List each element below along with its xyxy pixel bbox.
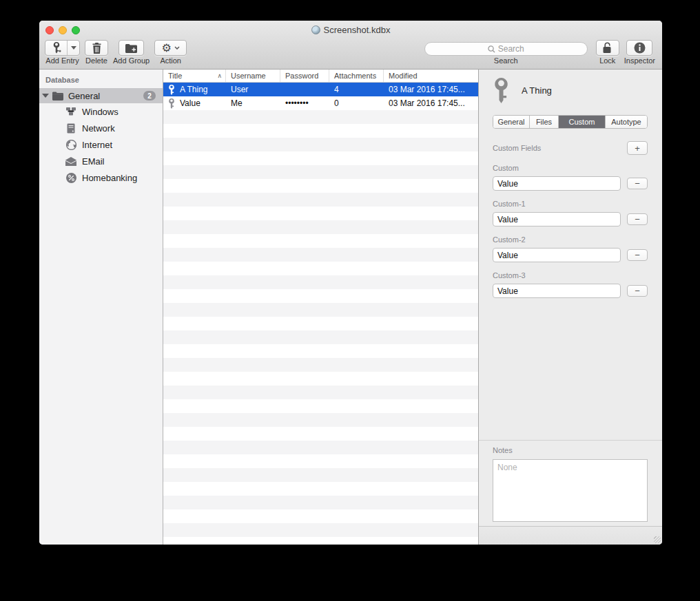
window-title-text: Screenshot.kdbx — [324, 25, 391, 35]
delete-group: Delete — [85, 40, 108, 65]
search-placeholder: Search — [498, 44, 524, 54]
field-value-input[interactable] — [493, 176, 621, 191]
sidebar-item-label: Homebanking — [82, 173, 137, 183]
add-field-button[interactable]: + — [627, 141, 648, 155]
sidebar-group-label: General — [68, 91, 100, 101]
notes-section: Notes — [479, 440, 662, 526]
tab-autotype[interactable]: Autotype — [606, 116, 647, 128]
minimize-button[interactable] — [59, 26, 67, 34]
remove-field-button[interactable]: − — [627, 178, 648, 189]
gear-icon: ⚙ — [162, 43, 172, 54]
key-plus-icon — [45, 41, 67, 55]
column-header-modified[interactable]: Modified — [384, 70, 478, 82]
add-entry-group: Add Entry — [45, 40, 80, 65]
sidebar-item-label: Internet — [82, 140, 112, 150]
field-label: Custom — [493, 164, 648, 172]
add-group-group: Add Group — [113, 40, 150, 65]
field-label: Custom-1 — [493, 200, 648, 208]
chevron-down-icon — [174, 46, 180, 50]
folder-icon — [52, 92, 63, 101]
computers-icon — [65, 106, 76, 117]
tab-files[interactable]: Files — [530, 116, 559, 128]
sidebar-item-email[interactable]: EMail — [39, 153, 163, 169]
search-input[interactable]: Search — [424, 42, 588, 56]
action-button[interactable]: ⚙ — [154, 40, 187, 56]
add-entry-button[interactable] — [45, 40, 80, 56]
sidebar-item-windows[interactable]: Windows — [39, 103, 163, 120]
add-group-button[interactable] — [119, 40, 144, 56]
disclosure-triangle-icon[interactable] — [42, 94, 49, 98]
delete-label: Delete — [85, 57, 107, 65]
envelope-icon — [65, 156, 76, 167]
sort-ascending-icon: ∧ — [217, 72, 222, 79]
custom-fields-title: Custom Fields — [493, 144, 541, 152]
info-icon — [634, 42, 646, 54]
add-entry-dropdown[interactable] — [67, 41, 79, 55]
custom-field: Custom-2 − — [493, 235, 648, 262]
table-row[interactable]: Value Me •••••••• 0 03 Mar 2016 17:45... — [163, 96, 478, 110]
sidebar-item-homebanking[interactable]: Homebanking — [39, 169, 163, 186]
server-icon — [65, 123, 76, 134]
field-value-input[interactable] — [493, 212, 621, 226]
entry-count-badge: 2 — [143, 91, 156, 101]
remove-field-button[interactable]: − — [627, 285, 648, 297]
cell-modified: 03 Mar 2016 17:45... — [384, 85, 478, 94]
inspector-button[interactable] — [626, 40, 652, 56]
inspector-tabs: General Files Custom Autotype — [493, 115, 648, 129]
lock-button[interactable] — [596, 40, 619, 56]
sidebar-section-header: Database — [39, 74, 163, 88]
custom-field: Custom-1 − — [493, 200, 648, 226]
lock-label: Lock — [599, 57, 615, 65]
cell-modified: 03 Mar 2016 17:45... — [384, 98, 478, 108]
sidebar-item-network[interactable]: Network — [39, 120, 163, 136]
add-entry-label: Add Entry — [45, 57, 79, 65]
notes-label: Notes — [493, 446, 648, 454]
inspector-panel: A Thing General Files Custom Autotype — [479, 70, 662, 545]
cell-password: •••••••• — [280, 98, 329, 108]
sidebar: Database General 2 — [39, 70, 163, 545]
cell-username: Me — [226, 98, 280, 108]
table-row[interactable]: A Thing User 4 03 Mar 2016 17:45... — [163, 83, 478, 96]
cell-attachments: 0 — [329, 98, 384, 108]
app-window: Screenshot.kdbx Add E — [39, 21, 662, 545]
trash-icon — [92, 43, 101, 54]
search-group: Search Search — [424, 40, 588, 65]
key-icon — [168, 85, 175, 95]
column-header-title[interactable]: Title ∧ — [163, 70, 226, 82]
table-body: A Thing User 4 03 Mar 2016 17:45... Valu… — [163, 83, 478, 545]
cell-attachments: 4 — [329, 85, 384, 94]
tab-custom[interactable]: Custom — [559, 116, 606, 128]
cell-title: Value — [180, 98, 200, 108]
custom-field: Custom − — [493, 164, 648, 191]
folder-plus-icon — [125, 43, 137, 53]
field-label: Custom-3 — [493, 271, 648, 280]
search-label: Search — [494, 57, 518, 65]
lock-group: Lock — [596, 40, 619, 65]
key-icon — [493, 78, 510, 103]
custom-fields-header: Custom Fields + — [493, 141, 648, 155]
sidebar-item-internet[interactable]: Internet — [39, 136, 163, 153]
column-header-password[interactable]: Password — [280, 70, 329, 82]
resize-grip-icon[interactable] — [654, 536, 661, 543]
inspector-group: Inspector — [624, 40, 655, 65]
tab-general[interactable]: General — [493, 116, 530, 128]
close-button[interactable] — [45, 26, 54, 34]
content-area: Database General 2 — [39, 70, 662, 545]
delete-button[interactable] — [85, 40, 108, 56]
column-header-username[interactable]: Username — [226, 70, 280, 82]
window-title: Screenshot.kdbx — [311, 25, 391, 35]
remove-field-button[interactable]: − — [627, 213, 648, 225]
remove-field-button[interactable]: − — [627, 249, 648, 261]
sidebar-group-general[interactable]: General 2 — [39, 88, 163, 103]
action-label: Action — [160, 57, 181, 65]
unlocked-padlock-icon — [602, 42, 612, 54]
sidebar-item-label: Network — [82, 123, 115, 134]
zoom-button[interactable] — [72, 26, 80, 34]
custom-field: Custom-3 − — [493, 271, 648, 298]
field-value-input[interactable] — [493, 284, 621, 298]
column-header-attachments[interactable]: Attachments — [329, 70, 384, 82]
notes-textarea[interactable] — [493, 459, 648, 522]
action-group: ⚙ Action — [154, 40, 187, 65]
traffic-lights — [45, 21, 80, 39]
field-value-input[interactable] — [493, 248, 621, 262]
